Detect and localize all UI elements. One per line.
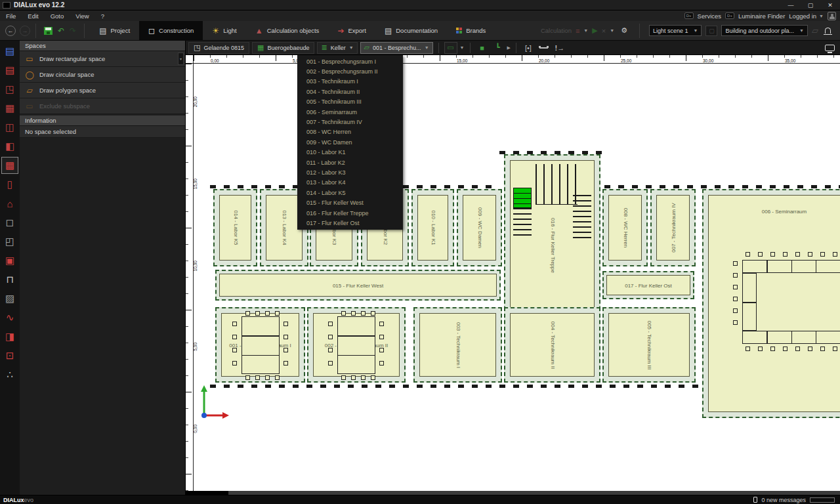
room-005-technikraum-iii[interactable]: 005 - Technikraum III: [602, 307, 696, 383]
chair[interactable]: [328, 361, 333, 366]
building-icon[interactable]: ▦: [1, 100, 18, 117]
import-dwg-icon[interactable]: ▤: [1, 43, 18, 60]
chair[interactable]: [351, 375, 356, 380]
furniture-icon[interactable]: ⊓: [1, 271, 18, 288]
reference-point-icon[interactable]: !→: [553, 42, 566, 54]
chair[interactable]: [361, 311, 366, 316]
room-014-labor-k5[interactable]: 014 - Labor K5: [213, 189, 257, 266]
table[interactable]: [742, 273, 757, 331]
chair[interactable]: [328, 335, 333, 339]
chair[interactable]: [275, 375, 280, 380]
ceiling-icon[interactable]: ◻: [1, 214, 18, 231]
tool-draw-rectangular-space[interactable]: ▭Draw rectangular space▾: [20, 51, 185, 67]
chair[interactable]: [351, 311, 356, 316]
menu-goto[interactable]: Goto: [45, 12, 70, 20]
space-option-011-labor-k2[interactable]: 011 - Labor K2: [297, 158, 403, 167]
chair[interactable]: [379, 322, 384, 326]
display-monitor-icon[interactable]: [825, 45, 835, 51]
table[interactable]: [242, 316, 280, 374]
chair[interactable]: [808, 346, 812, 351]
chair[interactable]: [265, 375, 270, 380]
chair[interactable]: [770, 252, 775, 257]
dimension-tool-icon[interactable]: [537, 42, 551, 54]
chair[interactable]: [379, 348, 384, 352]
space-option-007-technikraum-iv[interactable]: 007 - Technikraum IV: [297, 117, 403, 127]
storey-icon[interactable]: ◫: [1, 119, 18, 136]
forward-button[interactable]: →: [20, 26, 30, 36]
chair[interactable]: [371, 375, 375, 380]
room-003-technikraum-i[interactable]: 003 - Technikraum I: [413, 307, 502, 383]
tab-export[interactable]: ➔Export: [328, 21, 375, 41]
storey-select[interactable]: ≣ Keller ▼: [317, 42, 357, 54]
save-icon[interactable]: [44, 27, 52, 35]
chair[interactable]: [746, 346, 750, 351]
luminaire-finder-button[interactable]: Luminaire Finder: [738, 12, 785, 20]
room-004-technikraum-ii[interactable]: 004 - Technikraum II: [504, 307, 600, 383]
space-option-004-technikraum-ii[interactable]: 004 - Technikraum II: [297, 87, 403, 96]
wall-icon[interactable]: ◧: [1, 138, 18, 155]
stair-flight-right[interactable]: [573, 195, 591, 239]
tab-project[interactable]: ▤Project: [90, 21, 139, 41]
tool-options-expander[interactable]: ▾: [178, 52, 184, 65]
back-button[interactable]: ←: [5, 26, 16, 36]
gear-icon[interactable]: ⚙: [618, 27, 630, 34]
chair[interactable]: [746, 252, 750, 257]
roof-icon[interactable]: ⌂: [1, 195, 18, 212]
chair[interactable]: [379, 335, 384, 339]
close-button[interactable]: ✕: [820, 0, 840, 10]
space-option-008-wc-herren[interactable]: 008 - WC Herren: [297, 127, 403, 137]
zoom-to-fit-icon[interactable]: [•]: [522, 42, 535, 54]
chair[interactable]: [255, 375, 260, 380]
window-icon[interactable]: ▣: [1, 252, 18, 269]
room-017-flur-keller-ost[interactable]: 017 - Flur Keller Ost: [602, 271, 694, 299]
l-shape-space-tool-icon[interactable]: ┗: [492, 42, 505, 54]
tool-draw-circular-space[interactable]: ◯Draw circular space: [20, 67, 185, 83]
stair-highlight-steps[interactable]: [513, 188, 532, 208]
chair[interactable]: [833, 252, 837, 257]
table[interactable]: [337, 316, 375, 374]
room-006-seminarraum[interactable]: 006 - Seminarraum: [702, 189, 840, 418]
chair[interactable]: [770, 346, 775, 351]
space-outline-tool-icon[interactable]: ▭: [444, 42, 457, 54]
logged-in-menu[interactable]: Logged in▼: [789, 12, 824, 20]
cutline-icon[interactable]: ∿: [1, 309, 18, 326]
chair[interactable]: [245, 311, 250, 316]
space-option-017-flur-keller-ost[interactable]: 017 - Flur Keller Ost: [297, 218, 403, 228]
messages-count[interactable]: 0 new messages: [761, 497, 806, 503]
chair[interactable]: [795, 346, 800, 351]
services-button[interactable]: Services: [698, 12, 721, 20]
undo-button[interactable]: ↶: [55, 27, 67, 35]
chair[interactable]: [232, 335, 237, 339]
plan-view-icon[interactable]: ▱: [812, 26, 818, 35]
tab-documentation[interactable]: ▤Documentation: [375, 21, 447, 41]
chair[interactable]: [833, 346, 837, 351]
chair[interactable]: [232, 361, 237, 366]
drawing-canvas[interactable]: 0,005,0010,0015,0020,0025,0030,0035,00 2…: [186, 55, 840, 495]
chair[interactable]: [758, 252, 763, 257]
space-option-016-flur-keller-treppe[interactable]: 016 - Flur Keller Treppe: [297, 208, 403, 218]
tab-construction[interactable]: ◻Construction: [139, 21, 203, 41]
chair[interactable]: [733, 273, 738, 278]
space-option-002-besprechungsraum-ii[interactable]: 002 - Besprechungsraum II: [297, 66, 403, 76]
table[interactable]: [742, 260, 840, 273]
chair[interactable]: [733, 285, 738, 289]
chair[interactable]: [341, 311, 346, 316]
tab-brands[interactable]: Brands: [447, 21, 495, 41]
chair[interactable]: [733, 261, 738, 266]
room-010-labor-k1[interactable]: 010 - Labor K1: [411, 189, 454, 266]
space-option-015-flur-keller-west[interactable]: 015 - Flur Keller West: [297, 198, 403, 207]
filled-space-tool-icon[interactable]: ■: [476, 42, 489, 54]
building-button[interactable]: ▦ Buerogebaeude: [252, 42, 314, 54]
space-option-003-technikraum-i[interactable]: 003 - Technikraum I: [297, 77, 403, 87]
room-009-wc-damen[interactable]: 009 - WC Damen: [457, 189, 502, 266]
chair[interactable]: [820, 252, 825, 257]
frame-icon[interactable]: ⊡: [1, 347, 18, 364]
space-option-010-labor-k1[interactable]: 010 - Labor K1: [297, 148, 403, 158]
chair[interactable]: [232, 348, 237, 352]
stair-flight-left[interactable]: [513, 208, 532, 237]
space-option-005-technikraum-iii[interactable]: 005 - Technikraum III: [297, 97, 403, 107]
column-icon[interactable]: ▯: [1, 176, 18, 193]
chair[interactable]: [284, 348, 288, 352]
chair[interactable]: [783, 252, 788, 257]
chair[interactable]: [733, 308, 738, 313]
